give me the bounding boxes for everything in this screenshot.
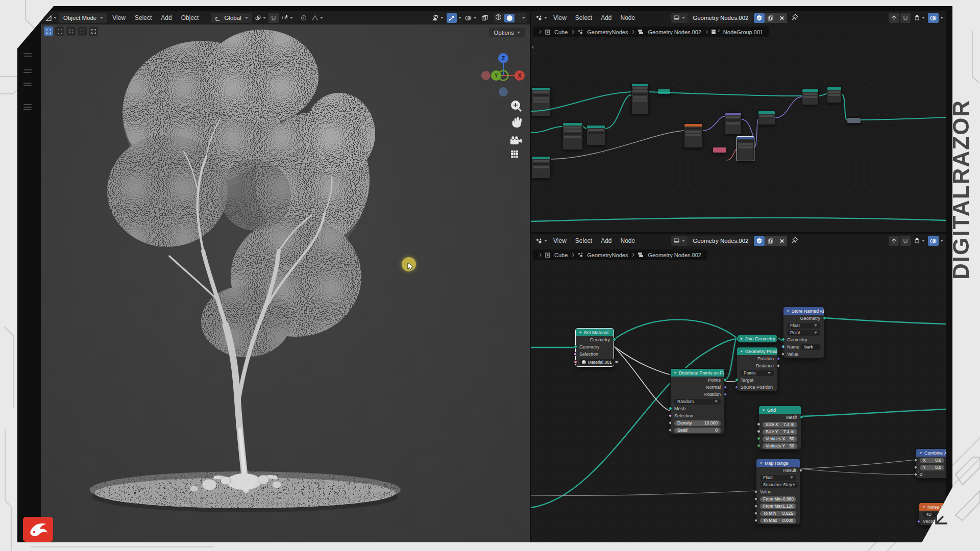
socket-row[interactable]: Mesh	[759, 414, 801, 421]
snap-magnet-icon[interactable]	[268, 13, 279, 23]
vertices-y-slider[interactable]: Vertices Y50	[759, 442, 801, 449]
node-geometry-proximity[interactable]: Geometry Proximity Position Distance Poi…	[737, 347, 778, 391]
to-min-slider[interactable]: To Min0.825	[756, 510, 800, 517]
3d-viewport[interactable]: Object Mode View Select Add Object Globa…	[41, 11, 530, 542]
socket-row[interactable]: Normal	[671, 384, 724, 391]
new-copy-button[interactable]	[765, 236, 776, 246]
crumb-modifier[interactable]: GeometryNodes	[587, 29, 628, 35]
gizmo-minus-z-axis[interactable]	[499, 87, 508, 96]
menu-select[interactable]: Select	[571, 11, 596, 24]
browse-nodetree-button[interactable]	[671, 236, 688, 246]
new-copy-button[interactable]	[765, 13, 776, 23]
density-slider[interactable]: Density10.000	[671, 419, 724, 427]
type-dropdown[interactable]: Float	[783, 322, 824, 329]
gizmo-minus-x-axis[interactable]	[481, 71, 491, 80]
socket-row[interactable]: Selection	[671, 412, 724, 419]
pin-icon[interactable]	[792, 236, 798, 245]
menu-add[interactable]: Add	[597, 234, 616, 247]
x-slider[interactable]: X0.0	[916, 457, 946, 464]
node-store-named-attribute[interactable]: Store Named Attribute Geometry Float Poi…	[783, 307, 824, 358]
overlays-dropdown-caret[interactable]	[940, 240, 943, 242]
overlays-dropdown-caret[interactable]	[940, 17, 943, 19]
crumb-object[interactable]: Cube	[554, 29, 568, 35]
socket-row[interactable]: Rotation	[671, 391, 724, 398]
method-dropdown[interactable]: Random	[671, 398, 724, 405]
unlink-button[interactable]	[776, 13, 787, 23]
gizmo-toggle-icon[interactable]	[447, 13, 457, 23]
zoom-view-icon[interactable]	[511, 101, 521, 111]
proportional-editing-icon[interactable]	[299, 13, 309, 23]
menu-node[interactable]: Node	[617, 234, 640, 247]
node-join-geometry[interactable]: Join Geometry	[737, 334, 778, 343]
snap-magnet-icon[interactable]	[900, 13, 911, 23]
socket-row[interactable]: Value	[756, 488, 800, 495]
socket-row[interactable]: Source Position	[737, 384, 777, 391]
menu-view[interactable]: View	[549, 234, 571, 247]
transform-orientation-dropdown[interactable]: Global	[211, 13, 252, 23]
size-y-slider[interactable]: Size Y7.4 m	[759, 428, 801, 435]
socket-row[interactable]: Selection	[576, 350, 614, 358]
gizmo-dropdown-caret[interactable]	[458, 17, 461, 19]
socket-row[interactable]: Mesh	[671, 405, 724, 412]
menu-select[interactable]: Select	[571, 234, 596, 247]
menu-add[interactable]: Add	[597, 11, 616, 24]
snap-target-icon[interactable]	[912, 13, 926, 23]
nodetree-name-field[interactable]: Geometry Nodes.002	[688, 13, 753, 23]
from-min-slider[interactable]: From Min-0.880	[756, 495, 800, 503]
node-editor-top[interactable]: View Select Add Node Geometry Nodes.002	[531, 11, 946, 232]
material-field[interactable]: Material.001	[576, 358, 614, 366]
fake-user-button[interactable]	[754, 13, 765, 23]
socket-row[interactable]: Position	[737, 355, 777, 362]
snap-magnet-icon[interactable]	[900, 236, 911, 246]
go-to-parent-icon[interactable]	[889, 13, 899, 23]
tool-tweak-icon[interactable]	[44, 27, 53, 36]
snap-with-icon[interactable]	[280, 13, 295, 23]
socket-row[interactable]: Result	[756, 467, 800, 474]
socket-row[interactable]: Z	[916, 471, 946, 478]
pan-view-icon[interactable]	[512, 117, 522, 128]
menu-object[interactable]: Object	[177, 11, 203, 24]
xray-toggle-icon[interactable]	[480, 13, 490, 23]
node-editor-bottom[interactable]: View Select Add Node Geometry Nodes.002	[531, 234, 946, 542]
nodetree-name-field[interactable]: Geometry Nodes.002	[688, 236, 753, 246]
socket-row[interactable]: Geometry	[783, 315, 824, 322]
snap-target-icon[interactable]	[912, 236, 926, 246]
unlink-button[interactable]	[776, 236, 787, 246]
mode-dropdown[interactable]: Object Mode	[59, 13, 107, 23]
overlays-toggle-icon[interactable]	[928, 236, 939, 246]
socket-row[interactable]: Geometry	[576, 336, 614, 343]
menu-view[interactable]: View	[549, 11, 571, 24]
camera-view-icon[interactable]	[510, 136, 522, 144]
menu-node[interactable]: Node	[617, 11, 640, 24]
visibility-dropdown-icon[interactable]	[430, 13, 445, 23]
domain-dropdown[interactable]: Point	[783, 329, 824, 336]
mode-dropdown[interactable]: Points	[737, 369, 777, 377]
node-map-range[interactable]: Map Range Result Float Smoother Step Val…	[756, 459, 800, 524]
seed-slider[interactable]: Seed0	[671, 427, 724, 434]
overlays-toggle-icon[interactable]	[928, 13, 939, 23]
options-button[interactable]: Options	[489, 28, 525, 37]
interpolation-dropdown[interactable]: Smoother Step	[756, 481, 800, 488]
perspective-toggle-icon[interactable]	[511, 151, 518, 158]
socket-row[interactable]: Distance	[737, 362, 777, 369]
menu-view[interactable]: View	[108, 11, 130, 24]
to-max-slider[interactable]: To Max0.000	[756, 517, 800, 524]
shading-wireframe-icon[interactable]	[495, 13, 502, 22]
browse-nodetree-button[interactable]	[671, 13, 688, 23]
fake-user-button[interactable]	[754, 236, 765, 246]
crumb-nodetree[interactable]: Geometry Nodes.002	[648, 252, 701, 258]
menu-add[interactable]: Add	[157, 11, 176, 24]
snap-pivot-icon[interactable]	[253, 13, 267, 23]
menu-select[interactable]: Select	[131, 11, 156, 24]
crumb-modifier[interactable]: GeometryNodes	[587, 252, 628, 258]
socket-row[interactable]: Points	[671, 377, 724, 384]
crumb-object[interactable]: Cube	[554, 252, 568, 258]
tool-select-extend-icon[interactable]	[66, 27, 76, 36]
shading-solid-icon[interactable]	[504, 14, 514, 22]
node-combine-xyz[interactable]: Combine XYZ X0.0 Y0.0 Z	[916, 448, 946, 479]
crumb-nodegroup[interactable]: NodeGroup.001	[723, 29, 763, 35]
editor-type-icon[interactable]	[534, 236, 549, 246]
pin-icon[interactable]	[792, 13, 798, 22]
crumb-nodetree[interactable]: Geometry Nodes.002	[648, 29, 701, 35]
proportional-falloff-icon[interactable]	[310, 13, 325, 23]
